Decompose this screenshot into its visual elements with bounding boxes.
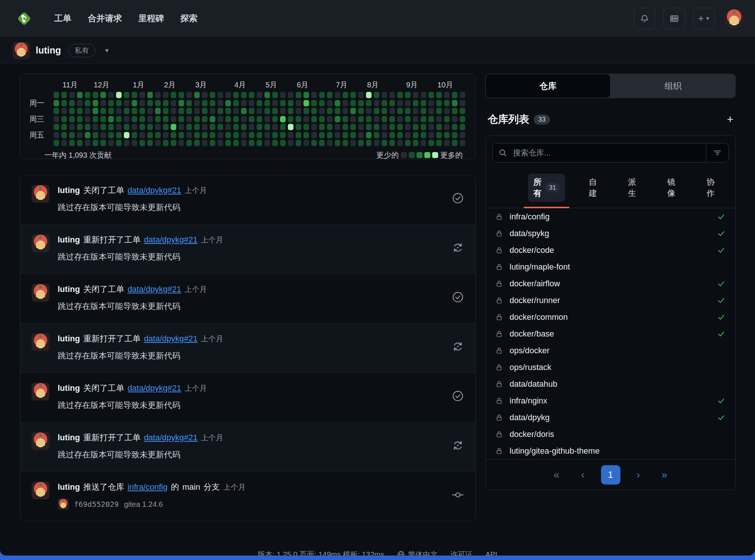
repo-row[interactable]: luting/maple-font xyxy=(486,258,735,275)
heatmap-cell[interactable] xyxy=(202,124,208,130)
heatmap-cell[interactable] xyxy=(389,108,395,114)
heatmap-cell[interactable] xyxy=(358,100,364,106)
heatmap-cell[interactable] xyxy=(327,116,332,122)
heatmap-cell[interactable] xyxy=(54,100,59,106)
heatmap-cell[interactable] xyxy=(77,100,83,106)
heatmap-cell[interactable] xyxy=(366,140,372,146)
heatmap-cell[interactable] xyxy=(319,100,325,106)
heatmap-cell[interactable] xyxy=(69,92,75,98)
heatmap-cell[interactable] xyxy=(288,100,293,106)
heatmap-cell[interactable] xyxy=(264,124,270,130)
heatmap-cell[interactable] xyxy=(241,92,247,98)
heatmap-cell[interactable] xyxy=(303,140,309,146)
heatmap-cell[interactable] xyxy=(202,100,208,106)
repo-filter-自建[interactable]: 自建 xyxy=(577,170,611,208)
heatmap-cell[interactable] xyxy=(413,100,418,106)
heatmap-cell[interactable] xyxy=(280,116,286,122)
heatmap-cell[interactable] xyxy=(210,124,215,130)
heatmap-cell[interactable] xyxy=(85,92,90,98)
license-link[interactable]: 许可证 xyxy=(450,550,473,556)
heatmap-cell[interactable] xyxy=(358,108,364,114)
heatmap-cell[interactable] xyxy=(155,92,161,98)
repo-name[interactable]: data/dpykg xyxy=(510,413,550,422)
heatmap-cell[interactable] xyxy=(225,92,231,98)
heatmap-cell[interactable] xyxy=(444,108,450,114)
heatmap-cell[interactable] xyxy=(405,100,411,106)
heatmap-cell[interactable] xyxy=(397,116,403,122)
heatmap-cell[interactable] xyxy=(249,100,254,106)
nav-item-0[interactable]: 工单 xyxy=(46,10,80,27)
heatmap-cell[interactable] xyxy=(436,100,442,106)
heatmap-cell[interactable] xyxy=(374,92,379,98)
repo-name[interactable]: data/datahub xyxy=(510,379,557,389)
pagination-prev-button[interactable]: ‹ xyxy=(576,467,589,483)
heatmap-cell[interactable] xyxy=(171,116,176,122)
heatmap-cell[interactable] xyxy=(85,100,90,106)
heatmap-cell[interactable] xyxy=(179,100,184,106)
heatmap-cell[interactable] xyxy=(257,92,262,98)
heatmap-cell[interactable] xyxy=(405,140,411,146)
repo-filter-协作[interactable]: 协作 xyxy=(694,170,729,208)
heatmap-cell[interactable] xyxy=(194,100,200,106)
heatmap-cell[interactable] xyxy=(311,116,317,122)
heatmap-cell[interactable] xyxy=(382,140,387,146)
heatmap-cell[interactable] xyxy=(77,124,83,130)
heatmap-cell[interactable] xyxy=(194,92,200,98)
heatmap-cell[interactable] xyxy=(100,124,106,130)
heatmap-cell[interactable] xyxy=(61,124,67,130)
heatmap-cell[interactable] xyxy=(303,124,309,130)
heatmap-cell[interactable] xyxy=(272,92,278,98)
heatmap-cell[interactable] xyxy=(93,140,98,146)
heatmap-cell[interactable] xyxy=(108,116,114,122)
heatmap-cell[interactable] xyxy=(77,140,83,146)
heatmap-cell[interactable] xyxy=(218,100,223,106)
heatmap-cell[interactable] xyxy=(428,92,434,98)
heatmap-cell[interactable] xyxy=(147,116,153,122)
nav-item-2[interactable]: 里程碑 xyxy=(130,10,172,27)
pagination-current-page[interactable]: 1 xyxy=(601,465,620,485)
heatmap-cell[interactable] xyxy=(210,116,215,122)
heatmap-cell[interactable] xyxy=(366,124,372,130)
heatmap-cell[interactable] xyxy=(116,116,122,122)
heatmap-cell[interactable] xyxy=(147,132,153,138)
heatmap-cell[interactable] xyxy=(296,116,301,122)
heatmap-cell[interactable] xyxy=(264,116,270,122)
heatmap-cell[interactable] xyxy=(389,100,395,106)
heatmap-cell[interactable] xyxy=(350,132,356,138)
repo-name[interactable]: data/spykg xyxy=(510,229,549,238)
heatmap-cell[interactable] xyxy=(382,116,387,122)
heatmap-cell[interactable] xyxy=(382,100,387,106)
heatmap-cell[interactable] xyxy=(93,108,98,114)
repo-filter-button[interactable] xyxy=(706,144,728,162)
heatmap-cell[interactable] xyxy=(171,124,176,130)
heatmap-cell[interactable] xyxy=(397,108,403,114)
heatmap-cell[interactable] xyxy=(413,124,418,130)
heatmap-cell[interactable] xyxy=(155,140,161,146)
feed-target-link[interactable]: data/dpykg#21 xyxy=(144,334,197,344)
language-selector[interactable]: 简体中文 xyxy=(397,550,438,556)
heatmap-cell[interactable] xyxy=(139,108,145,114)
heatmap-cell[interactable] xyxy=(163,140,168,146)
heatmap-cell[interactable] xyxy=(100,108,106,114)
heatmap-cell[interactable] xyxy=(421,92,426,98)
heatmap-cell[interactable] xyxy=(100,132,106,138)
gitea-logo-icon[interactable] xyxy=(16,10,33,27)
heatmap-cell[interactable] xyxy=(179,132,184,138)
heatmap-cell[interactable] xyxy=(233,124,239,130)
heatmap-cell[interactable] xyxy=(280,92,286,98)
heatmap-cell[interactable] xyxy=(288,140,293,146)
pagination-next-button[interactable]: › xyxy=(632,467,645,483)
heatmap-cell[interactable] xyxy=(147,92,153,98)
heatmap-cell[interactable] xyxy=(218,140,223,146)
heatmap-cell[interactable] xyxy=(85,132,90,138)
heatmap-cell[interactable] xyxy=(108,92,114,98)
heatmap-cell[interactable] xyxy=(264,108,270,114)
heatmap-cell[interactable] xyxy=(124,132,129,138)
heatmap-cell[interactable] xyxy=(460,132,465,138)
heatmap-cell[interactable] xyxy=(421,140,426,146)
heatmap-cell[interactable] xyxy=(124,116,129,122)
heatmap-cell[interactable] xyxy=(319,132,325,138)
heatmap-cell[interactable] xyxy=(249,92,254,98)
repo-search-input[interactable] xyxy=(513,144,706,162)
heatmap-cell[interactable] xyxy=(132,140,137,146)
